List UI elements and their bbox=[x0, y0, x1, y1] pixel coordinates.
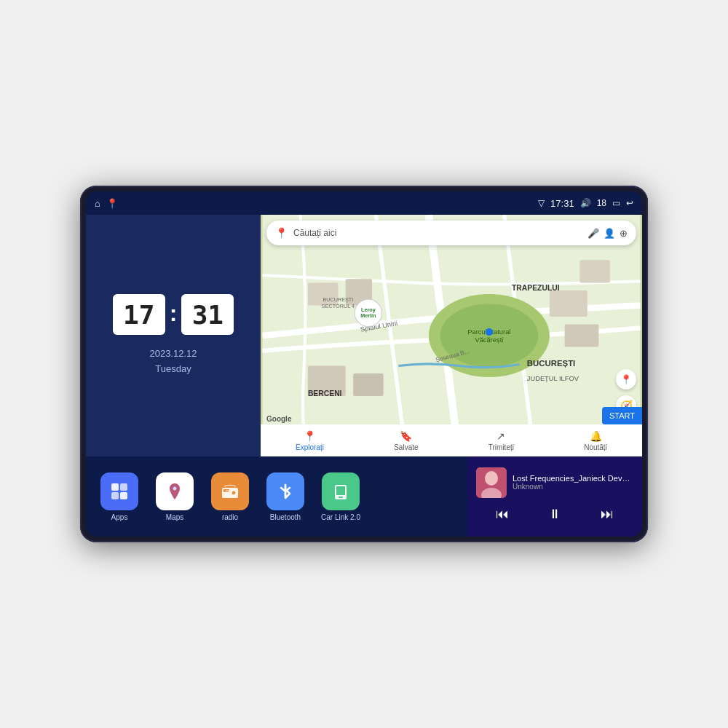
svg-rect-8 bbox=[565, 324, 599, 347]
app-item-bluetooth[interactable]: Bluetooth bbox=[264, 472, 307, 521]
top-section: 17 : 31 2023.12.12 Tuesday bbox=[86, 215, 642, 456]
map-nav-explore-label: Explorați bbox=[296, 443, 324, 451]
saved-icon: 🔖 bbox=[400, 430, 412, 442]
svg-text:JUDEȚUL ILFOV: JUDEȚUL ILFOV bbox=[527, 375, 579, 382]
bluetooth-icon bbox=[266, 472, 304, 510]
carlink-icon bbox=[322, 472, 360, 510]
svg-point-30 bbox=[232, 491, 236, 495]
explore-icon: 📍 bbox=[304, 430, 316, 442]
clock-date-value: 2023.12.12 bbox=[149, 347, 197, 362]
svg-rect-26 bbox=[111, 492, 119, 499]
clock-widget: 17 : 31 2023.12.12 Tuesday bbox=[86, 215, 261, 456]
music-text: Lost Frequencies_Janieck Devy-... Unknow… bbox=[513, 474, 633, 491]
home-icon[interactable]: ⌂ bbox=[95, 198, 100, 209]
map-search-actions: 🎤 👤 ⊕ bbox=[587, 228, 628, 239]
maps-status-icon[interactable]: 📍 bbox=[106, 198, 118, 209]
bottom-section: Apps Maps bbox=[86, 456, 642, 537]
svg-text:BUCUREȘTI: BUCUREȘTI bbox=[527, 359, 576, 368]
map-nav-send-label: Trimiteți bbox=[488, 443, 514, 451]
svg-point-37 bbox=[485, 471, 498, 486]
map-nav-saved[interactable]: 🔖 Salvate bbox=[394, 430, 418, 451]
svg-text:TRAPEZULUI: TRAPEZULUI bbox=[512, 284, 560, 292]
svg-rect-9 bbox=[579, 260, 610, 282]
battery-level: 18 bbox=[597, 198, 606, 208]
map-bottom-nav: 📍 Explorați 🔖 Salvate ↗ Trimiteți 🔔 bbox=[261, 424, 642, 456]
volume-icon: 🔊 bbox=[580, 198, 591, 208]
apps-dock: Apps Maps bbox=[86, 456, 467, 537]
battery-icon: ▭ bbox=[612, 198, 620, 208]
svg-rect-24 bbox=[111, 483, 119, 491]
apps-label: Apps bbox=[111, 513, 128, 521]
maps-logo-icon: 📍 bbox=[275, 227, 288, 239]
main-content: 17 : 31 2023.12.12 Tuesday bbox=[86, 215, 642, 537]
clock-display: 17 : 31 bbox=[113, 294, 234, 335]
clock-day: Tuesday bbox=[149, 362, 197, 377]
status-bar-left: ⌂ 📍 bbox=[95, 198, 118, 209]
google-logo: Google bbox=[266, 415, 291, 423]
map-nav-send[interactable]: ↗ Trimiteți bbox=[488, 430, 514, 451]
signal-icon: ▽ bbox=[538, 198, 545, 208]
clock-minute: 31 bbox=[181, 294, 234, 335]
music-cover-art bbox=[476, 467, 507, 498]
status-time: 17:31 bbox=[550, 198, 574, 209]
maps-icon bbox=[156, 472, 194, 510]
radio-label: radio bbox=[222, 513, 238, 521]
map-location-button[interactable]: 📍 bbox=[616, 369, 636, 389]
clock-hour: 17 bbox=[113, 294, 165, 335]
send-icon: ↗ bbox=[496, 430, 505, 442]
status-bar-right: ▽ 17:31 🔊 18 ▭ ↩ bbox=[538, 198, 633, 209]
radio-icon: FM bbox=[211, 472, 249, 510]
music-info: Lost Frequencies_Janieck Devy-... Unknow… bbox=[476, 467, 633, 498]
voice-search-icon[interactable]: 🎤 bbox=[587, 228, 599, 239]
music-thumbnail bbox=[476, 467, 507, 498]
back-icon[interactable]: ↩ bbox=[626, 198, 633, 208]
map-nav-saved-label: Salvate bbox=[394, 443, 418, 451]
music-artist: Unknown bbox=[513, 483, 633, 491]
svg-text:SECTORUL 4: SECTORUL 4 bbox=[322, 303, 355, 309]
maps-label: Maps bbox=[166, 513, 183, 521]
svg-text:FM: FM bbox=[226, 488, 230, 492]
map-svg: Splaiul Unirii BERCENI TRAPEZULUI BUCURE… bbox=[261, 215, 642, 456]
map-search-bar[interactable]: 📍 Căutați aici 🎤 👤 ⊕ bbox=[266, 221, 636, 245]
app-item-carlink[interactable]: Car Link 2.0 bbox=[319, 472, 363, 521]
svg-rect-34 bbox=[339, 496, 343, 498]
music-next-button[interactable]: ⏭ bbox=[595, 505, 620, 523]
map-nav-news[interactable]: 🔔 Noutăți bbox=[584, 430, 607, 451]
carlink-label: Car Link 2.0 bbox=[321, 513, 360, 521]
svg-rect-6 bbox=[353, 373, 384, 396]
music-widget: Lost Frequencies_Janieck Devy-... Unknow… bbox=[467, 456, 642, 537]
svg-text:Merlin: Merlin bbox=[360, 312, 376, 319]
map-search-text[interactable]: Căutați aici bbox=[293, 228, 336, 238]
status-bar: ⌂ 📍 ▽ 17:31 🔊 18 ▭ ↩ bbox=[86, 191, 642, 215]
music-prev-button[interactable]: ⏮ bbox=[490, 505, 515, 523]
device-screen: ⌂ 📍 ▽ 17:31 🔊 18 ▭ ↩ 17 : bbox=[86, 191, 642, 537]
svg-text:BERCENI: BERCENI bbox=[308, 389, 342, 397]
user-avatar-icon[interactable]: 👤 bbox=[604, 228, 615, 239]
music-title: Lost Frequencies_Janieck Devy-... bbox=[513, 474, 633, 483]
layers-icon[interactable]: ⊕ bbox=[620, 228, 628, 239]
svg-text:Văcărești: Văcărești bbox=[475, 336, 503, 344]
map-widget[interactable]: Splaiul Unirii BERCENI TRAPEZULUI BUCURE… bbox=[261, 215, 642, 456]
app-item-radio[interactable]: FM radio bbox=[208, 472, 252, 521]
clock-colon: : bbox=[170, 300, 178, 327]
svg-rect-33 bbox=[336, 486, 345, 495]
map-start-button[interactable]: START bbox=[602, 407, 642, 424]
music-controls: ⏮ ⏸ ⏭ bbox=[476, 502, 633, 526]
app-item-maps[interactable]: Maps bbox=[153, 472, 197, 521]
news-icon: 🔔 bbox=[590, 430, 602, 442]
map-nav-news-label: Noutăți bbox=[584, 443, 607, 451]
bluetooth-label: Bluetooth bbox=[270, 513, 301, 521]
svg-rect-25 bbox=[120, 483, 127, 491]
music-play-pause-button[interactable]: ⏸ bbox=[542, 505, 567, 523]
apps-icon bbox=[100, 472, 138, 510]
clock-date: 2023.12.12 Tuesday bbox=[149, 347, 197, 377]
svg-rect-7 bbox=[550, 290, 587, 317]
svg-point-35 bbox=[340, 495, 341, 496]
map-nav-explore[interactable]: 📍 Explorați bbox=[296, 430, 324, 451]
app-item-apps[interactable]: Apps bbox=[98, 472, 141, 521]
svg-rect-27 bbox=[120, 492, 127, 499]
svg-point-20 bbox=[486, 328, 493, 336]
device-frame: ⌂ 📍 ▽ 17:31 🔊 18 ▭ ↩ 17 : bbox=[80, 186, 648, 542]
